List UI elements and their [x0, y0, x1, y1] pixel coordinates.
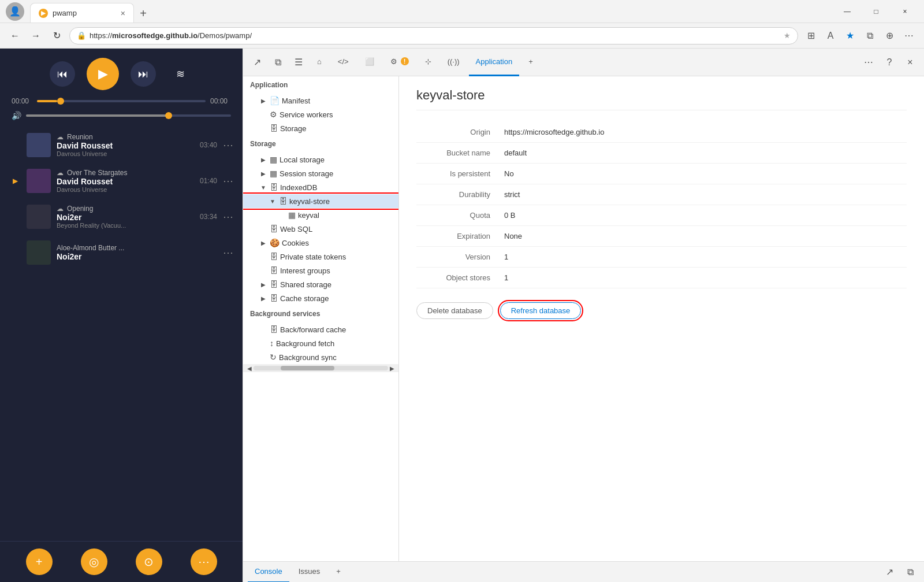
sound-button[interactable]: ≋ — [167, 61, 193, 87]
track-more-button[interactable]: ⋯ — [223, 246, 233, 259]
sidebar-item-background-sync[interactable]: ↻ Background sync — [243, 350, 398, 364]
more-icon[interactable]: ⋯ — [901, 28, 917, 44]
url-bar[interactable]: 🔒 https://microsoftedge.github.io/Demos/… — [69, 27, 798, 45]
refresh-button[interactable]: ↻ — [49, 28, 65, 44]
favorites-icon[interactable]: ★ — [842, 28, 858, 44]
tab-title: pwamp — [53, 9, 77, 17]
cache-storage-icon: 🗄 — [270, 294, 278, 303]
sidebar-item-keyval[interactable]: ▦ keyval — [243, 208, 398, 222]
keyval-store-icon: 🗄 — [279, 197, 287, 206]
sidebar-item-local-storage[interactable]: ▶ ▦ Local storage — [243, 153, 398, 166]
tab-performance[interactable]: ⊹ — [418, 49, 438, 76]
volume-bar[interactable] — [26, 114, 231, 117]
track-more-button[interactable]: ⋯ — [223, 210, 233, 223]
scroll-thumb — [281, 366, 334, 370]
prev-button[interactable]: ⏮ — [50, 61, 75, 87]
track-title: David Rousset — [57, 141, 194, 150]
bottom-settings-icon[interactable]: ⧉ — [901, 563, 919, 581]
play-button[interactable]: ▶ — [87, 58, 119, 90]
track-more-button[interactable]: ⋯ — [223, 175, 233, 187]
maximize-button[interactable]: □ — [863, 2, 889, 21]
tab-issues-bottom[interactable]: Issues — [292, 562, 327, 583]
scroll-right-button[interactable]: ▶ — [388, 364, 396, 372]
track-album: Aloe-Almond Butter ... — [57, 244, 124, 252]
shuffle-button[interactable]: ◎ — [81, 548, 107, 575]
sidebar-item-cookies[interactable]: ▶ 🍪 Cookies — [243, 236, 398, 250]
repeat-button[interactable]: ⊙ — [136, 548, 162, 575]
sidebar-item-service-workers[interactable]: ⚙ Service workers — [243, 107, 398, 121]
horizontal-scrollbar[interactable]: ◀ ▶ — [243, 364, 398, 372]
devtools-help-icon[interactable]: ? — [880, 53, 899, 72]
sidebar-item-label: Shared storage — [280, 280, 331, 289]
sidebar-item-session-storage[interactable]: ▶ ▦ Session storage — [243, 166, 398, 180]
sidebar-item-manifest[interactable]: ▶ 📄 Manifest — [243, 94, 398, 107]
shared-storage-icon: 🗄 — [270, 280, 278, 289]
sidebar-item-back-forward-cache[interactable]: 🗄 Back/forward cache — [243, 322, 398, 336]
delete-database-button[interactable]: Delete database — [416, 302, 493, 319]
devtools-more-icon[interactable]: ⋯ — [859, 53, 878, 72]
sidebar-item-private-state-tokens[interactable]: 🗄 Private state tokens — [243, 250, 398, 264]
grid-icon[interactable]: ⊞ — [803, 28, 819, 44]
device-icon[interactable]: ⧉ — [269, 53, 287, 72]
window-controls-left: 👤 — [6, 2, 24, 21]
tab-add[interactable]: + — [521, 49, 540, 76]
list-item[interactable]: ☁ Reunion David Rousset Davrous Universe… — [0, 127, 243, 163]
new-tab-button[interactable]: + — [134, 4, 152, 23]
time-total: 00:00 — [210, 97, 231, 105]
sidebar-item-keyval-store[interactable]: ▼ 🗄 keyval-store — [243, 194, 398, 208]
keyval-icon: ▦ — [288, 210, 296, 220]
bottom-dock-icon[interactable]: ↗ — [880, 563, 899, 581]
expand-arrow: ▶ — [259, 169, 267, 177]
minimize-button[interactable]: — — [834, 2, 860, 21]
sidebar-item-label: Background fetch — [276, 339, 334, 348]
property-label: Is persistent — [416, 164, 497, 184]
refresh-database-button[interactable]: Refresh database — [500, 302, 582, 319]
property-label: Bucket name — [416, 143, 497, 164]
web-sql-icon: 🗄 — [270, 224, 278, 233]
tab-console-bottom[interactable]: Console — [248, 562, 289, 583]
table-row: Object stores 1 — [416, 268, 907, 288]
forward-button[interactable]: → — [28, 28, 44, 44]
split-icon[interactable]: ⧉ — [862, 28, 878, 44]
back-button[interactable]: ← — [7, 28, 23, 44]
tab-network[interactable]: ⚙ ! — [383, 49, 416, 76]
track-more-button[interactable]: ⋯ — [223, 139, 233, 151]
list-item[interactable]: ☁ Opening Noi2er Beyond Reality (Vacuu..… — [0, 199, 243, 235]
font-icon[interactable]: A — [822, 28, 839, 44]
warning-badge: ! — [401, 57, 409, 65]
sidebar-item-indexeddb[interactable]: ▼ 🗄 IndexedDB — [243, 180, 398, 194]
add-button[interactable]: + — [26, 548, 53, 575]
tab-sources[interactable]: ⬜ — [358, 49, 381, 76]
tab-application[interactable]: Application — [469, 49, 520, 76]
tab-elements[interactable]: ⌂ — [310, 49, 329, 76]
indexeddb-icon: 🗄 — [270, 183, 278, 192]
list-item[interactable]: ▶ ☁ Over The Stargates David Rousset Dav… — [0, 163, 243, 199]
active-tab[interactable]: ▶ pwamp × — [30, 3, 134, 23]
private-state-icon: 🗄 — [270, 252, 278, 261]
expand-arrow: ▶ — [259, 239, 267, 247]
expand-arrow: ▶ — [259, 280, 267, 288]
tab-memory[interactable]: ((·)) — [441, 49, 467, 76]
sidebar-item-background-fetch[interactable]: ↕ Background fetch — [243, 336, 398, 350]
toggle-icon[interactable]: ☰ — [289, 53, 308, 72]
devtools-close-icon[interactable]: × — [901, 53, 919, 72]
close-button[interactable]: × — [892, 2, 918, 21]
add-panel-button[interactable]: + — [329, 562, 348, 583]
more-button[interactable]: ⋯ — [191, 548, 217, 575]
progress-bar[interactable] — [37, 100, 206, 102]
sidebar-item-storage-root[interactable]: 🗄 Storage — [243, 121, 398, 135]
scroll-left-button[interactable]: ◀ — [245, 364, 254, 372]
tab-close-button[interactable]: × — [121, 9, 125, 18]
expand-arrow — [259, 225, 267, 233]
table-row: Expiration None — [416, 226, 907, 247]
next-button[interactable]: ⏭ — [131, 61, 156, 87]
extension-icon[interactable]: ⊕ — [881, 28, 897, 44]
inspect-icon[interactable]: ↗ — [248, 53, 266, 72]
sidebar-item-web-sql[interactable]: 🗄 Web SQL — [243, 222, 398, 236]
sidebar-item-shared-storage[interactable]: ▶ 🗄 Shared storage — [243, 277, 398, 291]
sidebar-item-interest-groups[interactable]: 🗄 Interest groups — [243, 264, 398, 277]
list-item[interactable]: Aloe-Almond Butter ... Noi2er ⋯ — [0, 235, 243, 270]
tab-console-dt[interactable]: </> — [331, 49, 356, 76]
sidebar-item-cache-storage[interactable]: ▶ 🗄 Cache storage — [243, 291, 398, 305]
back-forward-icon: 🗄 — [270, 325, 278, 334]
